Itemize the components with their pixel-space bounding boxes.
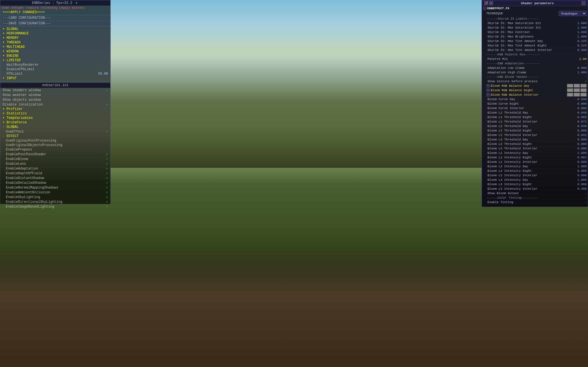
bloom-l2-int-night-value[interactable]: 0.900 — [570, 169, 587, 173]
bloom-l1-thresh-day-value[interactable]: 0.040 — [570, 111, 587, 114]
bloom-l3-thresh-day-value[interactable]: 0.000 — [570, 138, 587, 141]
menu-statistics[interactable]: + Statistics — [0, 111, 110, 116]
tint-int-value[interactable]: 0.300 — [570, 48, 587, 52]
fx-expand-icon[interactable]: - — [483, 7, 486, 10]
enable-adaptation-check[interactable]: ✓ — [106, 166, 108, 171]
technique-select[interactable]: Snapdragon — [559, 11, 587, 16]
bloom-rgb-int-row[interactable]: + Bloom RGB Balance Interior — [482, 93, 588, 97]
bloom-l3-thresh-night-row[interactable]: Bloom L3 Threshold Night 0.000 — [482, 142, 588, 146]
bloom-l3-thresh-day-row[interactable]: Bloom L3 Threshold Day 0.000 — [482, 137, 588, 142]
adapt-low-value[interactable]: 0.800 — [570, 66, 587, 70]
bloom-l1-thresh-night-value[interactable]: 0.065 — [570, 116, 587, 119]
menu-multihead[interactable]: + MULTIHEAD — [0, 45, 110, 49]
show-texture-row[interactable]: Show texture before process ✓ — [482, 79, 588, 84]
bloom-l3-int-day-value[interactable]: 1.000 — [570, 178, 587, 182]
close-icon[interactable]: ✕ — [74, 1, 79, 5]
tint-night-value[interactable]: 0.225 — [570, 44, 587, 47]
enable-dir-sky-check[interactable]: ✓ — [106, 200, 108, 204]
bloom-l3-int-night-row[interactable]: Bloom L3 Intensity Night 0.900 — [482, 182, 588, 187]
show-texture-check[interactable]: ✓ — [570, 79, 587, 83]
adapt-high-value[interactable]: 1.000 — [570, 71, 587, 74]
menu-bruteforce[interactable]: + BruteForce — [0, 120, 110, 125]
bloom-curve-night-row[interactable]: Bloom Curve Night 0.000 — [482, 102, 588, 106]
bloom-rgb-day-row[interactable]: + Bloom RGB Balance Day — [482, 84, 588, 88]
max-contrast-row[interactable]: Skyrim IS: Max Contrast 1.000 — [482, 30, 588, 34]
show-bloom-output-row[interactable]: Show Bloom Output - — [482, 191, 588, 196]
enable-dof-check[interactable]: ✓ — [106, 171, 108, 175]
bloom-l2-thresh-int-value[interactable]: 0.031 — [570, 133, 587, 137]
bloom-l2-thresh-int-row[interactable]: Bloom L2 Threshold Interior 0.031 — [482, 133, 588, 137]
bloom-l1-int-day-row[interactable]: Bloom L1 Intensity Day 1.000 — [482, 151, 588, 155]
menu-limiter[interactable]: + LIMITER — [0, 58, 110, 63]
bloom-l2-int-int-row[interactable]: Bloom L2 Intensity Interior 0.600 — [482, 173, 588, 178]
disable-localization-check[interactable]: ✓ — [106, 102, 108, 107]
menu-global2[interactable]: - GLOBAL — [0, 125, 110, 129]
palette-mix-value[interactable]: 1.00 — [570, 57, 587, 61]
tint-day-row[interactable]: Skyrim IS: Max Tint Amount Day 0.225 — [482, 39, 588, 43]
max-sat-int-value[interactable]: 1.000 — [570, 26, 587, 29]
max-brightness-row[interactable]: Skyrim IS: Max Brightness 1.000 — [482, 34, 588, 39]
menu-engine[interactable]: + ENGINE — [0, 54, 110, 58]
enable-detailed-shadow-check[interactable]: ✓ — [106, 181, 108, 185]
bloom-l2-thresh-night-row[interactable]: Bloom L2 Threshold Night 0.000 — [482, 128, 588, 133]
luma-source-value[interactable]: 4 — [570, 205, 587, 206]
palette-mix-row[interactable]: Palette Mix 1.00 — [482, 57, 588, 61]
bloom-curve-day-value[interactable]: 0.500 — [570, 98, 587, 101]
bloom-l2-int-day-row[interactable]: Bloom L2 Intensity Day 1.000 — [482, 164, 588, 169]
bloom-l2-int-day-value[interactable]: 1.000 — [570, 165, 587, 168]
bloom-l1-int-night-value[interactable]: 0.901 — [570, 156, 587, 159]
bloom-curve-int-row[interactable]: Bloom Curve Interior 0.000 — [482, 106, 588, 110]
bloom-l1-thresh-int-row[interactable]: Bloom L1 Threshold Interior 0.072 — [482, 119, 588, 124]
menu-global[interactable]: + GLOBAL — [0, 27, 110, 31]
enable-bloom-check[interactable]: ✓ — [106, 157, 108, 161]
bloom-l2-thresh-day-row[interactable]: Bloom L2 Threshold Day 0.040 — [482, 124, 588, 128]
save-config[interactable]: ---SAVE CONFIGURATION--- — [0, 21, 110, 26]
shader-list[interactable]: - ENBEFFECT.FX TECHNIQUE Snapdragon ----… — [482, 6, 588, 205]
bloom-l1-int-int-value[interactable]: 0.600 — [570, 160, 587, 164]
bloom-l3-int-int-value[interactable]: 0.400 — [570, 187, 587, 190]
menu-window[interactable]: + WINDOW — [0, 49, 110, 54]
bloom-l3-int-night-value[interactable]: 0.900 — [570, 183, 587, 186]
tint-night-row[interactable]: Skyrim IS: Max Tint Amount Night 0.225 — [482, 43, 588, 48]
pin-icon[interactable]: 📌 — [484, 1, 488, 5]
load-config[interactable]: ---LOAD CONFIGURATION--- — [0, 16, 110, 20]
bloom-l3-thresh-int-value[interactable]: 0.000 — [570, 147, 587, 150]
luma-source-row[interactable]: Luma Source 4 — [482, 204, 588, 205]
max-sat-int-row[interactable]: Skyrim IS: Max Saturation Int 1.000 — [482, 25, 588, 30]
show-weather-check[interactable]: ✓ — [106, 93, 108, 97]
menu-input[interactable]: + INPUT — [0, 76, 110, 81]
bloom-l1-int-night-row[interactable]: Bloom L1 Intensity Night 0.901 — [482, 155, 588, 160]
max-sat-ext-value[interactable]: 1.000 — [570, 22, 587, 25]
use-effect-check[interactable]: ✓ — [106, 130, 108, 134]
enable-ao-check[interactable]: ✓ — [106, 190, 108, 194]
max-sat-ext-row[interactable]: Skyrim IS: Max Saturation Ext 1.000 — [482, 21, 588, 25]
show-shaders-check[interactable]: ✓ — [106, 88, 108, 92]
enable-distant-shadow-check[interactable]: ✓ — [106, 176, 108, 180]
menu-tempvariables[interactable]: + TempVariables — [0, 116, 110, 120]
max-brightness-value[interactable]: 1.000 — [570, 35, 587, 38]
bloom-l3-int-int-row[interactable]: Bloom L3 Intensity Interior 0.400 — [482, 187, 588, 191]
settings-icon[interactable]: ⚙ — [489, 1, 493, 5]
enable-tinting-value[interactable]: - — [570, 201, 587, 204]
apply-button[interactable]: <<<<APPLY CHANGES>>>> — [0, 10, 110, 15]
bloom-l3-int-day-row[interactable]: Bloom L3 Intensity Day 1.000 — [482, 178, 588, 182]
bloom-curve-day-row[interactable]: Bloom Curve Day 0.500 — [482, 97, 588, 102]
fps-limit-value[interactable]: 59.00 — [98, 72, 108, 76]
menu-memory[interactable]: + MEMORY — [0, 36, 110, 40]
bloom-l3-thresh-int-row[interactable]: Bloom L3 Threshold Interior 0.000 — [482, 146, 588, 151]
bloom-l1-int-int-row[interactable]: Bloom L1 Intensity Interior 0.600 — [482, 160, 588, 164]
bloom-l2-thresh-night-value[interactable]: 0.000 — [570, 129, 587, 132]
bloom-int-expand[interactable]: + — [486, 93, 490, 97]
bloom-night-expand[interactable]: + — [486, 89, 490, 92]
menu-effect[interactable]: - EFFECT — [0, 134, 110, 138]
bloom-l3-thresh-night-value[interactable]: 0.000 — [570, 142, 587, 146]
bloom-l1-thresh-day-row[interactable]: Bloom L1 Threshold Day 0.040 — [482, 110, 588, 115]
bloom-l1-int-day-value[interactable]: 1.000 — [570, 151, 587, 155]
bloom-l2-int-night-row[interactable]: Bloom L2 Intensity Night 0.900 — [482, 169, 588, 173]
tint-day-value[interactable]: 0.225 — [570, 39, 587, 43]
enable-tinting-row[interactable]: Enable Tinting - — [482, 200, 588, 204]
bloom-curve-int-value[interactable]: 0.000 — [570, 107, 587, 110]
adapt-high-row[interactable]: Adaptation High Clamp 1.000 — [482, 70, 588, 75]
adapt-low-row[interactable]: Adaptation Low Clamp 0.800 — [482, 66, 588, 70]
menu-threads[interactable]: + THREADS — [0, 40, 110, 45]
